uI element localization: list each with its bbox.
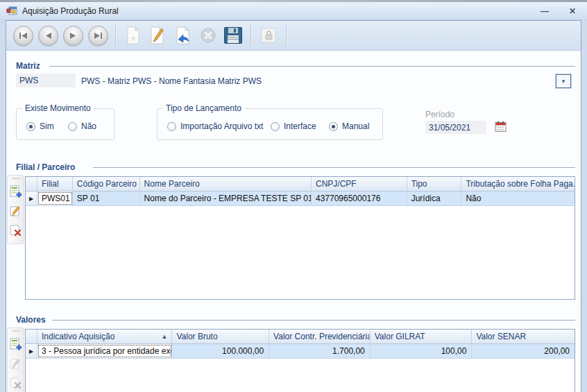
valores-selector-header [26,330,37,343]
save-icon [223,26,244,45]
edit-row-icon [9,357,22,370]
valores-col-senar[interactable]: Valor SENAR [472,330,575,343]
app-window: Aquisição Produção Rural — ✕ [0,0,587,392]
filial-edit-row-button[interactable] [9,204,23,218]
filial-col-codigo[interactable]: Código Parceiro [73,177,140,191]
filial-section-label: Filial / Parceiro [16,162,75,172]
current-row-marker: ▶ [29,196,33,202]
valores-cell-indicativo[interactable]: 3 - Pessoa jurídica por entidade exec... [37,344,173,358]
title-bar[interactable]: Aquisição Produção Rural — ✕ [0,2,587,20]
matriz-dropdown-button[interactable]: ▼ [556,74,571,88]
filial-cell-filial[interactable]: PWS01 [37,191,73,205]
filial-cell-cnpj[interactable]: 43770965000176 [312,191,407,205]
filial-cell-tributacao[interactable]: Não [461,191,575,205]
valores-edit-row-button[interactable] [9,357,23,370]
valores-delete-row-button[interactable] [9,376,23,390]
edit-record-icon [149,26,167,45]
main-toolbar [6,21,581,51]
radio-sim-dot [26,122,35,131]
valores-col-previdenciaria[interactable]: Valor Contr. Previdenciária [269,330,371,343]
next-record-button[interactable] [62,24,84,47]
row-selector-cell[interactable]: ▶ [26,344,37,358]
grip-icon [12,330,19,332]
filial-selector-header [26,177,37,191]
lock-icon [260,26,278,44]
valores-row-tools [7,327,24,392]
grip-icon [12,178,19,179]
last-record-button[interactable] [87,24,109,47]
filial-col-tipo[interactable]: Tipo [407,177,462,191]
valores-col-gilrat[interactable]: Valor GILRAT [371,330,473,343]
edit-row-icon [9,205,22,218]
existe-movimento-group: Existe Movimento Sim Não [16,108,114,140]
add-row-icon [9,338,22,351]
current-row-marker: ▶ [29,348,33,355]
radio-interface-dot [271,122,280,131]
filial-section-rule [93,167,575,168]
undo-button[interactable] [172,24,194,47]
filial-col-nome[interactable]: Nome Parceiro [140,177,312,191]
chevron-down-icon: ▼ [561,78,566,85]
valores-cell-bruto[interactable]: 100.000,00 [172,344,269,358]
delete-row-icon [9,377,22,390]
radio-nao[interactable]: Não [68,121,96,131]
new-record-button[interactable] [122,24,144,47]
matriz-section-rule [49,66,575,67]
valores-cell-previdenciaria[interactable]: 1.700,00 [269,344,371,358]
valores-grid: Indicativo Aquisição ▲ Valor Bruto Valor… [25,329,575,392]
next-record-icon [63,26,83,46]
valores-add-row-button[interactable] [9,337,23,351]
filial-delete-row-button[interactable] [9,223,23,237]
calendar-button[interactable] [495,121,507,133]
cancel-button[interactable] [197,24,219,47]
save-button[interactable] [222,24,244,47]
radio-nao-dot [68,122,77,131]
radio-manual[interactable]: Manual [329,121,369,131]
form-icon [6,6,17,17]
filial-col-tributacao[interactable]: Tributação sobre Folha Paga... [461,177,575,191]
filial-table-row[interactable]: ▶ PWS01 SP 01 Nome do Parceiro - EMPRESA… [26,191,575,206]
filial-add-row-button[interactable] [9,185,23,198]
radio-importacao-dot [167,122,176,131]
window-title: Aquisição Produção Rural [22,6,119,16]
valores-section-label: Valores [16,315,46,325]
existe-movimento-label: Existe Movimento [22,103,94,113]
valores-col-indicativo[interactable]: Indicativo Aquisição ▲ [37,330,173,343]
permissions-button[interactable] [257,24,280,47]
matriz-description: PWS - Matriz PWS - Nome Fantasia Matriz … [81,76,262,86]
periodo-field[interactable]: 31/05/2021 [425,121,486,134]
toolbar-separator [286,25,287,46]
close-button[interactable]: ✕ [566,6,579,16]
valores-section-rule [52,320,575,321]
filial-col-cnpj[interactable]: CNPJ/CPF [312,177,407,191]
first-record-button[interactable] [12,24,34,47]
filial-grid-header: Filial Código Parceiro Nome Parceiro CNP… [26,177,575,191]
valores-cell-senar[interactable]: 200,00 [472,344,575,358]
filial-cell-nome[interactable]: Nome do Parceiro - EMPRESA TESTE SP 01 [140,191,312,205]
row-selector-cell[interactable]: ▶ [26,191,37,205]
calendar-icon [495,121,507,133]
minimize-button[interactable]: — [538,6,551,16]
edit-record-button[interactable] [147,24,169,47]
radio-sim[interactable]: Sim [26,121,54,131]
undo-icon [174,26,192,45]
filial-cell-tipo[interactable]: Jurídica [407,191,462,205]
filial-row-tools [7,175,24,244]
form-body: Matriz PWS PWS - Matriz PWS - Nome Fanta… [6,51,581,392]
radio-interface[interactable]: Interface [271,121,316,131]
radio-importacao[interactable]: Importação Arquivo txt [167,121,263,131]
valores-cell-gilrat[interactable]: 100,00 [371,344,473,358]
cancel-icon [199,26,217,44]
filial-cell-codigo[interactable]: SP 01 [73,191,140,205]
previous-record-button[interactable] [37,24,59,47]
valores-col-bruto[interactable]: Valor Bruto [172,330,269,343]
filial-col-filial[interactable]: Filial [37,177,73,191]
delete-row-icon [9,224,22,237]
filial-grid: Filial Código Parceiro Nome Parceiro CNP… [25,176,575,300]
previous-record-icon [38,26,58,46]
last-record-icon [88,26,108,46]
matriz-code-field[interactable]: PWS [16,74,76,87]
periodo-label: Período [425,110,454,119]
valores-grid-header: Indicativo Aquisição ▲ Valor Bruto Valor… [26,330,575,344]
valores-table-row[interactable]: ▶ 3 - Pessoa jurídica por entidade exec.… [26,344,575,359]
